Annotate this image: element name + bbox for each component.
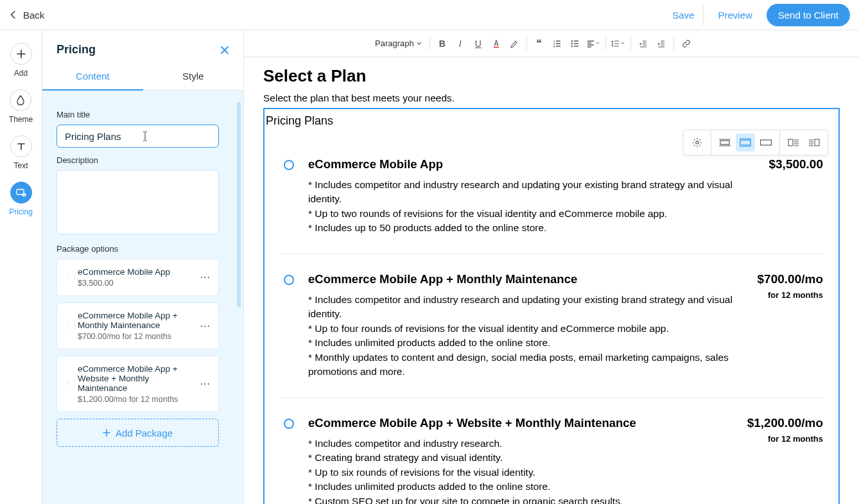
plan-name: eCommerce Mobile App + Website + Monthly… bbox=[308, 416, 740, 430]
unordered-list-button[interactable] bbox=[567, 35, 584, 52]
left-rail: Add Theme Text $ Pricing bbox=[0, 30, 42, 504]
package-name: eCommerce Mobile App + Website + Monthly… bbox=[78, 364, 194, 393]
side-panel: Pricing Content Style Main title Descrip… bbox=[42, 30, 244, 504]
close-icon bbox=[220, 46, 229, 55]
plan-term: for 12 months bbox=[740, 290, 823, 300]
svg-rect-11 bbox=[720, 141, 729, 144]
plan-bullets: * Includes competitor and industry resea… bbox=[308, 437, 740, 504]
svg-point-7 bbox=[571, 40, 573, 41]
rail-label: Theme bbox=[9, 115, 33, 124]
package-more-button[interactable]: ··· bbox=[200, 272, 211, 283]
indent-button[interactable] bbox=[653, 35, 670, 52]
rail-item-pricing[interactable]: $ Pricing bbox=[9, 182, 33, 216]
package-name: eCommerce Mobile App + Monthly Maintenan… bbox=[78, 311, 194, 330]
rail-item-add[interactable]: Add bbox=[10, 43, 32, 78]
paragraph-style-select[interactable]: Paragraph bbox=[371, 39, 426, 48]
svg-point-10 bbox=[696, 141, 698, 144]
plan-radio[interactable] bbox=[284, 160, 294, 170]
description-label: Description bbox=[56, 155, 234, 165]
package-price: $3,500.00 bbox=[78, 279, 194, 288]
plan-name: eCommerce Mobile App + Monthly Maintenan… bbox=[308, 272, 740, 286]
align-button[interactable] bbox=[585, 35, 602, 52]
block-layout-toolbar bbox=[683, 130, 828, 155]
document-surface[interactable]: Select a Plan Select the plan that best … bbox=[244, 57, 859, 504]
send-to-client-button[interactable]: Send to Client bbox=[767, 4, 850, 26]
outdent-button[interactable] bbox=[635, 35, 652, 52]
rail-label: Add bbox=[14, 69, 28, 78]
svg-point-8 bbox=[571, 42, 573, 44]
tab-content[interactable]: Content bbox=[42, 63, 143, 91]
bold-button[interactable]: B bbox=[434, 35, 451, 52]
panel-title: Pricing bbox=[56, 43, 96, 56]
package-card[interactable]: ⋮⋮ eCommerce Mobile App + Monthly Mainte… bbox=[56, 302, 219, 349]
layout-option-1[interactable] bbox=[715, 134, 734, 152]
text-color-button[interactable] bbox=[488, 35, 505, 52]
plan-bullets: * Includes competitor and industry resea… bbox=[308, 293, 740, 379]
plus-icon bbox=[10, 43, 32, 65]
rail-item-theme[interactable]: Theme bbox=[9, 89, 33, 124]
editor-canvas: Paragraph B I U ❝ 123 bbox=[244, 30, 859, 504]
layout-option-4[interactable] bbox=[784, 134, 803, 152]
layout-option-2[interactable] bbox=[736, 134, 755, 152]
svg-rect-14 bbox=[788, 139, 793, 146]
plan-price: $3,500.00 bbox=[740, 157, 823, 171]
package-more-button[interactable]: ··· bbox=[200, 378, 211, 390]
svg-rect-13 bbox=[761, 140, 772, 145]
packages-label: Package options bbox=[56, 244, 234, 254]
add-package-button[interactable]: Add Package bbox=[56, 419, 219, 447]
save-button[interactable]: Save bbox=[663, 4, 704, 26]
back-button[interactable]: Back bbox=[9, 10, 44, 21]
drag-handle-icon[interactable]: ⋮⋮ bbox=[65, 325, 71, 327]
highlight-button[interactable] bbox=[506, 35, 523, 52]
line-spacing-button[interactable] bbox=[610, 35, 627, 52]
preview-button[interactable]: Preview bbox=[709, 4, 761, 26]
layout-option-5[interactable] bbox=[804, 134, 824, 152]
block-settings-button[interactable] bbox=[688, 134, 707, 152]
pricing-icon: $ bbox=[10, 182, 32, 204]
plan-row: eCommerce Mobile App + Monthly Maintenan… bbox=[280, 254, 823, 398]
plan-term: for 12 months bbox=[740, 434, 823, 444]
package-name: eCommerce Mobile App bbox=[78, 267, 194, 277]
rail-item-text[interactable]: Text bbox=[10, 135, 32, 170]
package-price: $1,200.00/mo for 12 months bbox=[78, 395, 194, 404]
underline-button[interactable]: U bbox=[470, 35, 487, 52]
drag-handle-icon[interactable]: ⋮⋮ bbox=[65, 383, 71, 385]
arrow-left-icon bbox=[9, 10, 18, 19]
document-heading: Select a Plan bbox=[263, 66, 840, 86]
plan-row: eCommerce Mobile App + Website + Monthly… bbox=[280, 398, 823, 504]
svg-point-9 bbox=[571, 45, 573, 46]
rich-text-toolbar: Paragraph B I U ❝ 123 bbox=[244, 30, 859, 57]
panel-scrollbar[interactable] bbox=[237, 102, 241, 308]
add-package-label: Add Package bbox=[116, 428, 173, 439]
plan-radio[interactable] bbox=[284, 275, 294, 285]
document-subheading: Select the plan that best meets your nee… bbox=[263, 92, 840, 104]
package-price: $700.00/mo for 12 months bbox=[78, 332, 194, 341]
plan-name: eCommerce Mobile App bbox=[308, 157, 740, 171]
svg-rect-3 bbox=[494, 46, 499, 48]
package-more-button[interactable]: ··· bbox=[200, 320, 211, 332]
svg-text:3: 3 bbox=[553, 44, 555, 48]
pricing-block[interactable]: Pricing Plans eCommerce Mobile App * Inc… bbox=[263, 108, 840, 504]
description-input[interactable] bbox=[56, 170, 219, 234]
plan-row: eCommerce Mobile App * Includes competit… bbox=[280, 139, 823, 254]
plan-radio[interactable] bbox=[284, 419, 294, 429]
drag-handle-icon[interactable]: ⋮⋮ bbox=[65, 276, 71, 279]
panel-close-button[interactable] bbox=[220, 46, 229, 55]
rail-label: Text bbox=[13, 161, 28, 170]
plan-price: $700.00/mo bbox=[740, 272, 823, 286]
package-card[interactable]: ⋮⋮ eCommerce Mobile App $3,500.00 ··· bbox=[56, 259, 219, 296]
layout-option-3[interactable] bbox=[756, 134, 776, 152]
main-title-input[interactable] bbox=[56, 125, 219, 148]
italic-button[interactable]: I bbox=[452, 35, 469, 52]
main-title-label: Main title bbox=[56, 110, 234, 119]
topbar: Back Save Preview Send to Client bbox=[0, 0, 859, 30]
ordered-list-button[interactable]: 123 bbox=[549, 35, 566, 52]
quote-button[interactable]: ❝ bbox=[531, 35, 548, 52]
back-label: Back bbox=[23, 10, 44, 21]
chevron-down-icon bbox=[417, 41, 422, 46]
svg-rect-12 bbox=[740, 140, 751, 145]
tab-style[interactable]: Style bbox=[143, 63, 244, 91]
link-button[interactable] bbox=[678, 35, 695, 52]
package-card[interactable]: ⋮⋮ eCommerce Mobile App + Website + Mont… bbox=[56, 356, 219, 412]
plus-icon bbox=[103, 429, 110, 437]
